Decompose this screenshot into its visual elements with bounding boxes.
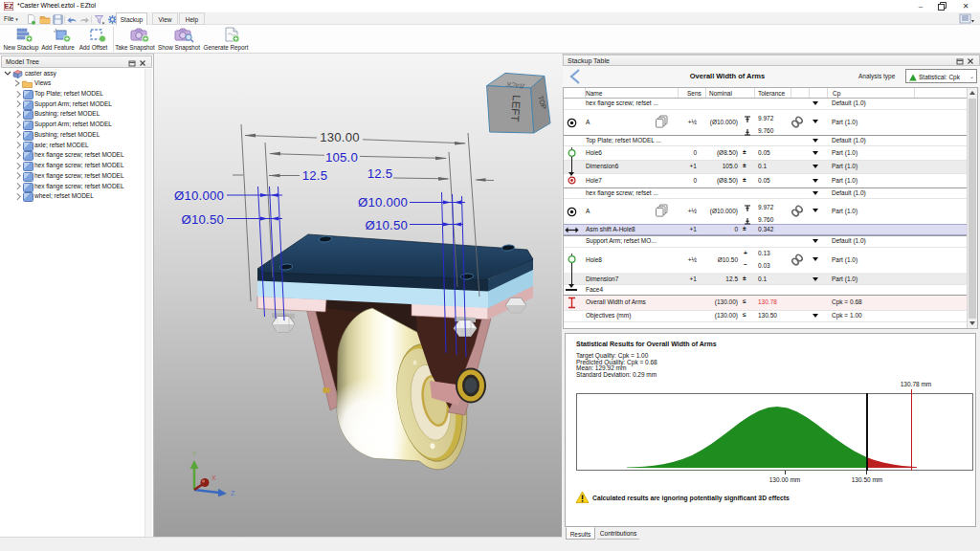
svg-text:EZ: EZ: [5, 3, 13, 10]
svg-text:Ø10.000: Ø10.000: [358, 195, 408, 209]
svg-text:130.00: 130.00: [320, 130, 360, 144]
svg-text:12.5: 12.5: [302, 168, 327, 183]
svg-text:X: X: [212, 474, 216, 481]
svg-text:LEFT: LEFT: [509, 95, 523, 122]
svg-text:Ø10.50: Ø10.50: [182, 212, 224, 227]
svg-text:105.0: 105.0: [325, 150, 358, 165]
svg-text:Ø10.50: Ø10.50: [366, 218, 408, 232]
svg-text:Z: Z: [231, 490, 235, 496]
svg-text:Y: Y: [192, 451, 197, 457]
svg-text:Ø10.000: Ø10.000: [174, 188, 224, 203]
svg-text:12.5: 12.5: [368, 166, 392, 181]
